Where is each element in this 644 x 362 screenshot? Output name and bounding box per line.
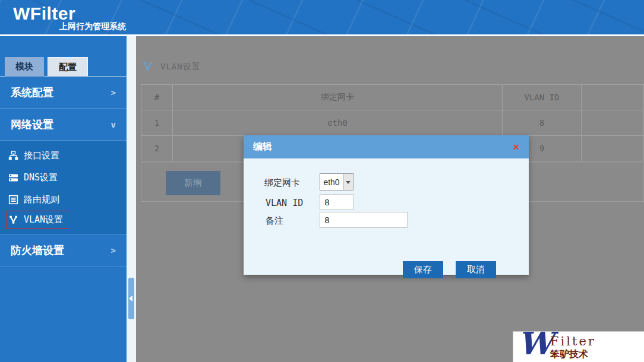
vlan-icon — [142, 61, 153, 72]
sitemap-icon — [8, 151, 18, 161]
brand-logo: WFilter — [13, 4, 75, 24]
add-button[interactable]: 新增 — [166, 171, 220, 195]
note-field-label: 备注 — [266, 215, 283, 227]
sidebar-item-firewall-settings[interactable]: 防火墙设置 > — [0, 234, 127, 266]
chevron-left-icon — [129, 296, 132, 301]
sidebar-item-label: VLAN设置 — [24, 214, 63, 226]
brand-subtitle: 上网行为管理系统 — [59, 21, 126, 32]
table-row: 1 eth0 8 — [141, 110, 644, 136]
col-header-vlan-id: VLAN ID — [503, 85, 582, 110]
table-header-row: # 绑定网卡 VLAN ID — [141, 85, 644, 110]
edit-dialog-titlebar: 编辑 × — [244, 135, 529, 158]
vlan-icon — [8, 215, 18, 225]
sidebar: 模块 配置 系统配置 > 网络设置 v 接口设置 DNS设置 — [0, 36, 127, 362]
tab-config[interactable]: 配置 — [48, 57, 88, 77]
watermark-name: Filter — [550, 334, 596, 348]
nic-select[interactable]: eth0 — [320, 173, 353, 190]
chevron-down-icon — [343, 174, 353, 190]
cancel-button[interactable]: 取消 — [456, 261, 496, 278]
sidebar-item-label: 路由规则 — [24, 194, 59, 205]
note-input[interactable] — [320, 212, 408, 228]
sidebar-item-label: 网络设置 — [11, 118, 53, 132]
sidebar-item-label: 接口设置 — [24, 150, 59, 161]
app-header: WFilter 上网行为管理系统 — [0, 0, 644, 36]
cell-vlan-id: 8 — [503, 110, 582, 136]
page-title-text: VLAN设置 — [160, 62, 201, 72]
watermark-company: 笨驴技术 — [550, 348, 588, 361]
sidebar-tabs: 模块 配置 — [0, 36, 127, 77]
nic-field-label: 绑定网卡 — [264, 177, 300, 189]
collapse-sidebar-handle[interactable] — [128, 278, 134, 319]
edit-dialog-body: 绑定网卡 eth0 VLAN ID 备注 保存 取消 — [244, 158, 529, 275]
cell-nic: eth0 — [173, 110, 503, 136]
list-icon — [8, 195, 18, 205]
chevron-down-icon: v — [111, 120, 116, 129]
tab-modules[interactable]: 模块 — [5, 57, 44, 77]
sidebar-item-vlan-settings[interactable]: VLAN设置 — [6, 211, 70, 229]
watermark-w-glyph: W — [518, 328, 553, 359]
network-submenu: 接口设置 DNS设置 路由规则 VLAN — [0, 141, 127, 234]
sidebar-gutter — [127, 36, 136, 362]
server-icon — [8, 173, 18, 183]
col-header-nic: 绑定网卡 — [173, 85, 503, 110]
edit-dialog: 编辑 × 绑定网卡 eth0 VLAN ID 备注 保存 取消 — [244, 135, 529, 275]
close-icon[interactable]: × — [513, 142, 519, 153]
sidebar-item-label: 系统配置 — [11, 85, 53, 100]
cell-index: 2 — [141, 136, 173, 161]
chevron-right-icon: > — [111, 88, 116, 97]
vlan-id-input[interactable] — [320, 194, 353, 210]
sidebar-item-label: DNS设置 — [24, 172, 58, 183]
sidebar-item-routing-rules[interactable]: 路由规则 — [0, 189, 127, 211]
watermark-logo: W Filter 笨驴技术 — [513, 331, 644, 362]
cell-index: 1 — [141, 110, 173, 136]
sidebar-item-label: 防火墙设置 — [11, 243, 64, 258]
sidebar-item-dns-settings[interactable]: DNS设置 — [0, 167, 127, 189]
edit-dialog-title: 编辑 — [253, 141, 272, 153]
col-header-index: # — [141, 85, 173, 110]
save-button[interactable]: 保存 — [403, 261, 443, 278]
col-header-extra — [582, 85, 644, 110]
cell-extra — [582, 110, 644, 136]
sidebar-item-network-settings[interactable]: 网络设置 v — [0, 109, 127, 141]
page-title: VLAN设置 — [142, 61, 201, 72]
sidebar-item-interface-settings[interactable]: 接口设置 — [0, 145, 127, 167]
cell-extra — [582, 136, 644, 161]
chevron-right-icon: > — [111, 246, 116, 255]
sidebar-item-system-config[interactable]: 系统配置 > — [0, 77, 127, 109]
nic-select-value: eth0 — [320, 174, 343, 190]
vlan-id-field-label: VLAN ID — [266, 198, 303, 208]
